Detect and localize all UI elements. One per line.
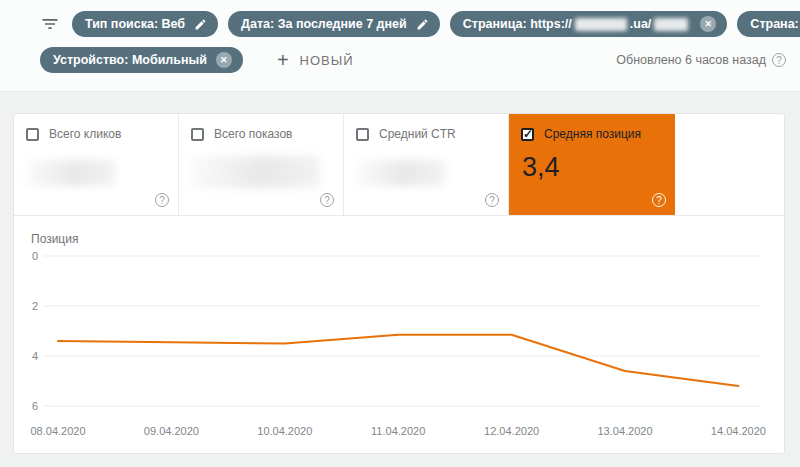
help-icon[interactable] xyxy=(772,53,786,67)
metric-label: Средняя позиция xyxy=(544,127,641,141)
metric-label: Средний CTR xyxy=(379,127,456,141)
filter-row-1: Тип поиска: Веб Дата: За последние 7 дне… xyxy=(40,11,800,37)
position-chart: Позиция 024608.04.202009.04.202010.04.20… xyxy=(14,216,784,453)
filter-chip-search-type[interactable]: Тип поиска: Веб xyxy=(72,11,218,37)
checkbox-icon[interactable] xyxy=(191,128,204,141)
redacted-metric-value xyxy=(27,160,115,186)
metric-label: Всего кликов xyxy=(49,127,121,141)
x-axis-label: 08.04.2020 xyxy=(30,425,85,437)
redacted-url-path xyxy=(654,18,688,31)
metric-cards-row: Всего кликов Всего показов Средний CTR xyxy=(14,114,784,216)
checkbox-checked-icon[interactable] xyxy=(521,128,534,141)
close-icon[interactable] xyxy=(216,52,232,68)
x-axis-label: 13.04.2020 xyxy=(597,425,652,437)
y-axis-tick: 2 xyxy=(32,300,38,312)
filter-chip-label-suffix: .ua/ xyxy=(630,17,652,31)
metric-card-ctr[interactable]: Средний CTR xyxy=(344,114,509,215)
new-filter-label: НОВЫЙ xyxy=(300,53,354,68)
y-axis-tick: 0 xyxy=(32,250,38,262)
y-axis-tick: 6 xyxy=(32,400,38,412)
filter-chip-label: Страна: Украина xyxy=(750,17,800,31)
redacted-metric-value xyxy=(357,160,445,186)
help-icon[interactable] xyxy=(155,193,169,207)
position-line-series xyxy=(58,335,738,386)
line-chart-canvas: 024608.04.202009.04.202010.04.202011.04.… xyxy=(14,216,784,453)
metric-value: 3,4 xyxy=(522,152,560,183)
edit-icon[interactable] xyxy=(194,18,207,31)
updated-status: Обновлено 6 часов назад xyxy=(616,53,786,67)
redacted-metric-value xyxy=(192,156,320,188)
help-icon[interactable] xyxy=(485,193,499,207)
help-icon[interactable] xyxy=(320,193,334,207)
y-axis-tick: 4 xyxy=(32,350,38,362)
filter-chip-page[interactable]: Страница: https:// .ua/ xyxy=(450,11,728,37)
new-filter-button[interactable]: + НОВЫЙ xyxy=(277,49,354,72)
edit-icon[interactable] xyxy=(416,18,429,31)
performance-panel: Всего кликов Всего показов Средний CTR xyxy=(13,113,785,454)
plus-icon: + xyxy=(277,49,289,72)
checkbox-icon[interactable] xyxy=(356,128,369,141)
close-icon[interactable] xyxy=(700,16,716,32)
filter-chip-label: Дата: За последние 7 дней xyxy=(241,17,407,31)
x-axis-label: 14.04.2020 xyxy=(711,425,766,437)
metric-label: Всего показов xyxy=(214,127,292,141)
filter-chip-label: Тип поиска: Веб xyxy=(85,17,185,31)
x-axis-label: 10.04.2020 xyxy=(257,425,312,437)
cards-empty-space xyxy=(675,114,784,215)
filter-chip-device[interactable]: Устройство: Мобильный xyxy=(40,47,243,73)
filter-bar: Тип поиска: Веб Дата: За последние 7 дне… xyxy=(0,0,800,92)
x-axis-label: 09.04.2020 xyxy=(144,425,199,437)
filter-row-2: Устройство: Мобильный + НОВЫЙ Обновлено … xyxy=(40,47,786,73)
checkbox-icon[interactable] xyxy=(26,128,39,141)
metric-card-impressions[interactable]: Всего показов xyxy=(179,114,344,215)
help-icon[interactable] xyxy=(652,193,666,207)
metric-card-position[interactable]: Средняя позиция 3,4 xyxy=(509,114,675,215)
filter-chip-label: Устройство: Мобильный xyxy=(53,53,207,67)
updated-text: Обновлено 6 часов назад xyxy=(616,53,766,67)
filter-chip-country[interactable]: Страна: Украина xyxy=(737,11,800,37)
x-axis-label: 12.04.2020 xyxy=(484,425,539,437)
filter-chip-label-prefix: Страница: https:// xyxy=(463,17,572,31)
redacted-url-domain xyxy=(575,18,627,31)
filter-list-icon[interactable] xyxy=(40,14,60,34)
x-axis-label: 11.04.2020 xyxy=(371,425,425,437)
metric-card-clicks[interactable]: Всего кликов xyxy=(14,114,179,215)
filter-chip-date[interactable]: Дата: За последние 7 дней xyxy=(228,11,440,37)
